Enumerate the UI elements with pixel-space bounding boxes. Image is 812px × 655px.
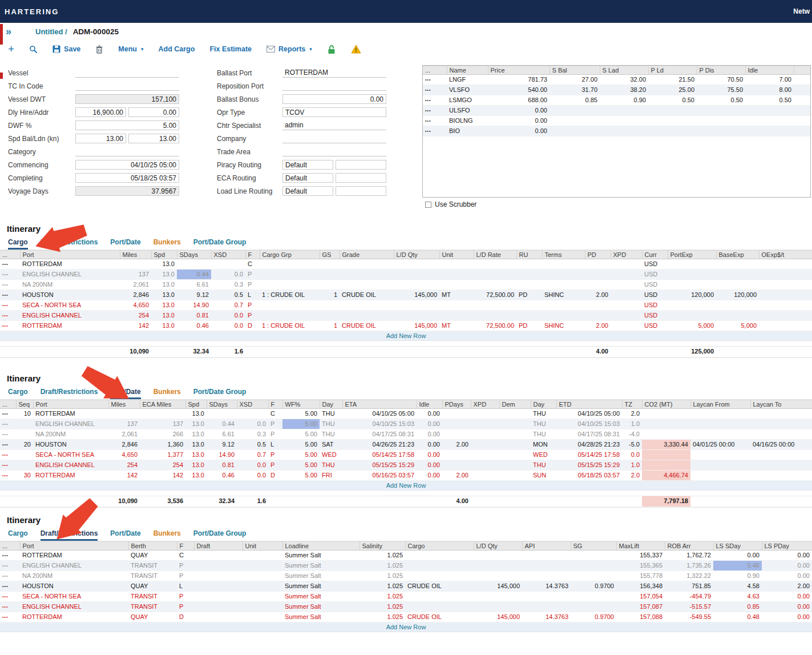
col-day[interactable]: Day [320,400,342,409]
cell[interactable]: 157,087 [616,602,665,612]
cell[interactable] [243,612,282,622]
col-f[interactable]: F [177,542,194,550]
cell[interactable]: CRUDE OIL [405,612,474,622]
cell[interactable]: 6.61 [207,429,237,440]
row-menu-button[interactable]: ••• [0,409,16,419]
cell[interactable]: 1 [320,321,340,331]
cell[interactable]: 1,762.72 [665,550,713,561]
cell[interactable] [439,280,474,290]
cell[interactable] [16,450,33,460]
cell[interactable]: SECA - NORTH SEA [20,300,120,311]
cell[interactable] [642,460,690,471]
cell[interactable] [571,550,616,561]
cell[interactable] [268,496,282,507]
cell[interactable]: 0.85 [550,95,600,106]
cell[interactable] [794,95,811,106]
cell[interactable]: THU [531,419,556,429]
cell[interactable] [759,347,812,357]
cell[interactable]: MT [439,321,474,331]
cell[interactable]: 05/14/25 17:58 [342,450,417,460]
cell[interactable] [648,106,697,116]
col-xpd[interactable]: XPD [611,251,642,259]
cell[interactable]: L [177,581,194,592]
col-spacer[interactable]: ... [0,251,20,259]
cell[interactable]: 157,054 [616,592,665,602]
cell[interactable]: 2,846 [120,290,151,300]
cell[interactable] [474,550,522,561]
col-loadline[interactable]: Loadline [282,542,359,550]
cell[interactable]: SUN [531,471,556,481]
cell[interactable]: 0.00 [417,419,442,429]
cell[interactable]: 13.0 [151,311,177,321]
cell[interactable]: LNGF [447,75,488,85]
cell[interactable] [648,116,697,126]
cell[interactable]: ROTTERDAM [20,550,128,561]
cell[interactable]: D [268,471,282,481]
cell[interactable]: 5,000 [716,321,759,331]
cell[interactable]: 13.0 [151,280,177,290]
cell[interactable]: 13.0 [185,409,207,419]
warning-icon[interactable] [351,45,361,54]
row-menu-button[interactable]: ••• [423,95,447,106]
cell[interactable]: 751.85 [665,581,713,592]
cell[interactable]: 5,000 [668,321,716,331]
cell[interactable] [405,571,474,581]
col-l-d-qty[interactable]: L/D Qty [394,251,439,259]
col-grade[interactable]: Grade [340,251,394,259]
cell[interactable] [516,270,542,280]
use-scrubber[interactable]: Use Scrubber [425,200,476,208]
cell[interactable] [499,419,531,429]
cell[interactable] [471,419,499,429]
cell[interactable]: 145,000 [474,581,522,592]
cell[interactable]: ENGLISH CHANNEL [20,602,128,612]
cell[interactable]: -549.55 [665,612,713,622]
cell[interactable] [282,496,320,507]
cell[interactable] [611,290,642,300]
cell[interactable] [750,429,812,440]
cell[interactable] [716,311,759,321]
row-menu-button[interactable]: ••• [0,419,16,429]
cell[interactable]: ROTTERDAM [20,259,120,270]
cell[interactable] [716,300,759,311]
cell[interactable]: THU [531,409,556,419]
cell[interactable] [474,311,516,321]
cell[interactable]: 1.025 [359,550,405,561]
cell[interactable]: Summer Salt [282,571,359,581]
cell[interactable]: 0.00 [417,471,442,481]
cell[interactable]: 0.9700 [571,612,616,622]
cell[interactable] [759,259,812,270]
cell[interactable] [474,270,516,280]
cell[interactable]: P [245,300,260,311]
cell[interactable] [585,270,611,280]
cell[interactable]: 120,000 [668,290,716,300]
opr-type-field[interactable]: TCOV [282,107,386,117]
cell[interactable]: 254 [120,311,151,321]
cell[interactable] [531,496,556,507]
cell[interactable]: ENGLISH CHANNEL [20,561,128,571]
cell[interactable] [516,280,542,290]
cell[interactable]: 1,360 [140,440,185,450]
cell[interactable] [522,550,571,561]
dly-hire-addr-field-2[interactable]: 0.00 [128,107,179,117]
cell[interactable]: 155,365 [616,561,665,571]
cell[interactable] [750,460,812,471]
cell[interactable]: 2.00 [442,440,471,450]
cell[interactable]: 145,000 [394,290,439,300]
cell[interactable] [690,450,750,460]
voyage-days-field[interactable]: 37.9567 [75,186,179,196]
cell[interactable] [542,280,585,290]
chtr-specialist-field[interactable]: admin [282,120,386,130]
piracy-routing-field-1[interactable]: Default [282,160,333,170]
cell[interactable]: 0.00 [488,116,550,126]
cell[interactable]: 781.73 [488,75,550,85]
cell[interactable]: 72,500.00 [474,321,516,331]
cell[interactable] [442,450,471,460]
cell[interactable] [611,347,642,357]
cell[interactable]: USD [642,321,668,331]
cell[interactable]: 75.50 [697,85,745,95]
cell[interactable]: P [268,429,282,440]
cell[interactable]: BIO [447,126,488,136]
cell[interactable]: 4,650 [120,300,151,311]
cell[interactable]: 0.46 [207,471,237,481]
cell[interactable] [394,300,439,311]
